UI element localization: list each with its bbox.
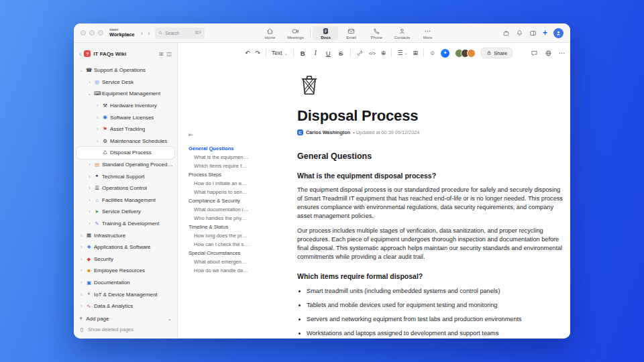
sidebar-item[interactable]: › ☰ Operations Control: [74, 182, 177, 194]
chevron-down-icon[interactable]: ⌄: [167, 316, 172, 322]
checklist-button[interactable]: ⊞: [413, 50, 419, 56]
sidebar-item[interactable]: › ☻ Employee Resources: [74, 265, 177, 277]
expand-chevron-icon[interactable]: ›: [79, 280, 84, 285]
bold-button[interactable]: B: [299, 50, 307, 57]
back-button[interactable]: ‹: [141, 29, 143, 37]
sidebar-item[interactable]: › ▣ Documentation: [74, 277, 177, 289]
italic-button[interactable]: I: [312, 50, 319, 56]
expand-chevron-icon[interactable]: ›: [87, 198, 92, 202]
expand-chevron-icon[interactable]: ›: [87, 221, 92, 226]
nav-tab-home[interactable]: Home: [257, 26, 282, 40]
link-button[interactable]: [356, 50, 364, 57]
underline-button[interactable]: U: [325, 50, 332, 57]
sidebar-item[interactable]: ♺ Disposal Process: [76, 147, 174, 159]
toc-item[interactable]: Who handles the physical di...: [189, 215, 249, 224]
toc-item[interactable]: What happens to sensitive ...: [189, 189, 249, 198]
sidebar-item[interactable]: ⌄ ⌨ Equipment Management: [74, 88, 177, 100]
panel-toggle-icon[interactable]: [529, 29, 537, 37]
redo-button[interactable]: ↷: [256, 50, 261, 56]
expand-chevron-icon[interactable]: ›: [95, 103, 100, 108]
sidebar-item[interactable]: › ❖ Applications & Software: [74, 241, 177, 253]
expand-chevron-icon[interactable]: ›: [87, 162, 92, 167]
sidebar-item[interactable]: › ◎ Service Desk: [74, 76, 177, 88]
expand-chevron-icon[interactable]: ›: [79, 233, 84, 238]
expand-chevron-icon[interactable]: ⌄: [87, 91, 92, 97]
add-page-button[interactable]: + Add page ⌄: [79, 315, 172, 322]
sidebar-item[interactable]: › ✎ Training & Development: [74, 218, 177, 230]
expand-chevron-icon[interactable]: ›: [95, 115, 100, 120]
toc-item[interactable]: Compliance & Security: [189, 198, 249, 206]
sidebar-item[interactable]: › ⚒ Hardware Inventory: [74, 100, 177, 112]
minimize-window-button[interactable]: [89, 30, 95, 36]
expand-chevron-icon[interactable]: ›: [95, 127, 100, 131]
more-options-icon[interactable]: ⋯: [559, 50, 565, 56]
toc-item[interactable]: What documentation is req...: [189, 206, 249, 215]
toc-item[interactable]: How long does the process ...: [189, 233, 249, 241]
toc-item[interactable]: How do I initiate an equipm...: [189, 180, 249, 189]
globe-icon[interactable]: [545, 50, 552, 57]
undo-button[interactable]: ↶: [245, 50, 250, 56]
toc-item[interactable]: What is the equipment disp...: [189, 154, 249, 163]
strikethrough-button[interactable]: S: [337, 50, 345, 57]
global-search-input[interactable]: Search ⌘F: [155, 27, 205, 39]
expand-chevron-icon[interactable]: ›: [87, 209, 92, 214]
user-avatar[interactable]: [553, 28, 564, 38]
sidebar-item[interactable]: › ✦ Technical Support: [74, 170, 177, 182]
nav-tab-email[interactable]: Email: [338, 26, 364, 40]
nav-tab-more[interactable]: More: [415, 26, 440, 40]
expand-chevron-icon[interactable]: ⌄: [79, 68, 84, 73]
toc-item[interactable]: How can I check the status ...: [189, 241, 249, 250]
nav-tab-docs[interactable]: Docs: [313, 26, 338, 40]
collaborator-avatars[interactable]: [455, 49, 476, 58]
emoji-button[interactable]: ☺: [429, 50, 435, 56]
sidebar-item[interactable]: ⌄ ☎ Support & Operations: [74, 64, 177, 76]
maximize-window-button[interactable]: [98, 30, 103, 36]
sidebar-item[interactable]: › ⚙ Maintenance Schedules: [74, 135, 177, 147]
nav-tab-meetings[interactable]: Meetings: [282, 26, 308, 40]
sidebar-item[interactable]: › ▤ Standard Operating Procedures: [74, 159, 177, 171]
sidebar-item[interactable]: › ◆ Security: [74, 253, 177, 265]
toc-item[interactable]: Process Steps: [189, 172, 249, 180]
new-page-icon[interactable]: ⊞: [159, 51, 164, 57]
sidebar-item[interactable]: › ◉ Software Licenses: [74, 111, 177, 123]
expand-chevron-icon[interactable]: ›: [79, 304, 84, 308]
toc-item[interactable]: Special Circumstances: [189, 250, 249, 259]
expand-chevron-icon[interactable]: ›: [87, 174, 92, 179]
toc-item[interactable]: Timeline & Status: [189, 224, 249, 233]
sidebar-item[interactable]: › ▦ Infrastructure: [74, 229, 177, 241]
nav-tab-contacts[interactable]: Contacts: [389, 26, 415, 40]
sidebar-item[interactable]: › ⚡ IoT & Device Management: [74, 288, 177, 300]
sidebar-item[interactable]: › ⌂ Facilities Management: [74, 194, 177, 206]
forward-button[interactable]: ›: [148, 29, 150, 37]
bell-icon[interactable]: [516, 29, 523, 37]
insert-button[interactable]: ⊕: [381, 50, 386, 56]
collapse-outline-icon[interactable]: ⇤: [189, 131, 194, 138]
text-style-dropdown[interactable]: Text ⌄: [272, 50, 288, 56]
expand-chevron-icon[interactable]: ›: [95, 139, 100, 143]
expand-chevron-icon[interactable]: ›: [87, 186, 92, 190]
briefcase-icon[interactable]: [502, 29, 510, 37]
window-controls[interactable]: [80, 30, 103, 36]
sidebar-item[interactable]: › ⚑ Asset Tracking: [74, 123, 177, 135]
close-window-button[interactable]: [80, 30, 86, 36]
inline-code-button[interactable]: </>: [369, 51, 376, 56]
list-dropdown[interactable]: ☰⌄: [397, 50, 407, 56]
toc-item[interactable]: Which items require formal ...: [189, 163, 249, 172]
sidebar-item[interactable]: › ∿ Data & Analytics: [74, 300, 177, 312]
nav-tab-phone[interactable]: Phone: [364, 26, 389, 40]
ai-companion-button[interactable]: ✦: [441, 49, 449, 58]
share-button[interactable]: Share: [481, 48, 513, 58]
expand-chevron-icon[interactable]: ›: [79, 257, 84, 261]
expand-chevron-icon[interactable]: ›: [79, 292, 84, 297]
expand-chevron-icon[interactable]: ›: [79, 268, 84, 273]
toc-item[interactable]: How do we handle damage...: [189, 267, 249, 276]
expand-chevron-icon[interactable]: ›: [87, 80, 92, 84]
collapse-sidebar-icon[interactable]: ◫: [166, 51, 172, 57]
show-deleted-pages-button[interactable]: Show deleted pages: [79, 326, 172, 333]
comment-icon[interactable]: [531, 50, 538, 57]
sidebar-item[interactable]: › ➤ Service Delivery: [74, 206, 177, 218]
add-button[interactable]: +: [543, 29, 547, 37]
expand-chevron-icon[interactable]: ›: [79, 245, 84, 249]
toc-item[interactable]: What about emergency dis...: [189, 259, 249, 267]
sidebar-back-icon[interactable]: ‹: [79, 50, 81, 58]
